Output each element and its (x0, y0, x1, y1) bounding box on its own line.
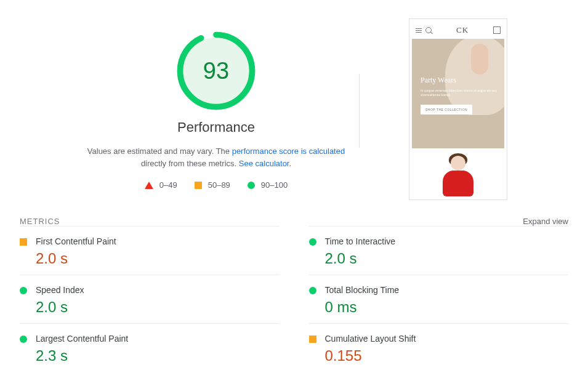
performance-description: Values are estimated and may vary. The p… (87, 145, 345, 169)
metrics-header: METRICS Expand view (20, 217, 568, 226)
metric-item: Total Blocking Time0 ms (309, 275, 569, 323)
metric-label: Total Blocking Time (325, 285, 569, 295)
metrics-heading: METRICS (20, 217, 60, 226)
shopping-bag-icon (493, 26, 501, 34)
search-icon (425, 27, 432, 33)
legend-average-item: 50–89 (195, 180, 230, 190)
circle-good-icon (309, 287, 316, 294)
triangle-fail-icon (145, 182, 153, 189)
metric-item: Time to Interactive2.0 s (309, 226, 569, 275)
legend-fail-item: 0–49 (145, 180, 177, 190)
metric-label: First Contentful Paint (36, 236, 280, 246)
metric-label: Speed Index (36, 285, 280, 295)
legend-fail-label: 0–49 (159, 180, 177, 190)
preview-cta-button: SHOP THE COLLECTION (421, 105, 472, 115)
preview-logo: CK (435, 25, 489, 35)
circle-good-icon (20, 287, 27, 294)
preview-hero: Party Wears In congue venenatis bibendum… (412, 39, 504, 148)
performance-gauge: 93 (176, 31, 256, 111)
vertical-divider (359, 74, 360, 148)
legend-average-label: 50–89 (208, 180, 230, 190)
preview-hero-subtitle: In congue venenatis bibendum viverra sit… (421, 89, 504, 97)
gauge-column: 93 Performance Values are estimated and … (81, 18, 352, 203)
metric-value: 2.3 s (36, 347, 280, 364)
metric-label: Time to Interactive (325, 236, 569, 246)
metrics-grid: First Contentful Paint2.0 sTime to Inter… (20, 226, 568, 370)
circle-good-icon (20, 336, 27, 343)
preview-hero-text: Party Wears In congue venenatis bibendum… (421, 76, 504, 115)
metric-body: Cumulative Layout Shift0.155 (325, 334, 569, 364)
hamburger-icon (416, 28, 422, 33)
preview-inner: CK Party Wears In congue venenatis biben… (412, 22, 504, 197)
legend-good-item: 90–100 (248, 180, 288, 190)
preview-bottom (412, 148, 504, 197)
desc-text: Values are estimated and may vary. The (87, 147, 232, 156)
performance-title: Performance (177, 119, 255, 135)
circle-good-icon (248, 182, 255, 189)
expand-view-link[interactable]: Expand view (523, 217, 568, 226)
metric-body: Total Blocking Time0 ms (325, 285, 569, 316)
metric-body: First Contentful Paint2.0 s (36, 236, 280, 267)
metric-value: 0 ms (325, 299, 569, 316)
metric-item: First Contentful Paint2.0 s (20, 226, 280, 275)
metric-value: 0.155 (325, 347, 569, 364)
metric-item: Cumulative Layout Shift0.155 (309, 323, 569, 370)
summary-row: 93 Performance Values are estimated and … (20, 18, 568, 203)
desc-text: . (289, 159, 291, 168)
score-legend: 0–49 50–89 90–100 (145, 180, 288, 190)
metric-value: 2.0 s (325, 250, 569, 267)
performance-score: 93 (176, 31, 256, 111)
square-average-icon (20, 238, 27, 246)
see-calculator-link[interactable]: See calculator (239, 159, 289, 168)
metric-item: Largest Contentful Paint2.3 s (20, 323, 280, 370)
metric-body: Largest Contentful Paint2.3 s (36, 334, 280, 364)
metric-value: 2.0 s (36, 299, 280, 316)
metric-value: 2.0 s (36, 250, 280, 267)
square-average-icon (195, 182, 202, 189)
page-screenshot-preview: CK Party Wears In congue venenatis biben… (409, 18, 507, 200)
metric-label: Cumulative Layout Shift (325, 334, 569, 344)
desc-text: directly from these metrics. (141, 159, 239, 168)
square-average-icon (309, 336, 316, 343)
preview-hero-title: Party Wears (421, 76, 504, 85)
legend-good-label: 90–100 (261, 180, 288, 190)
metric-item: Speed Index2.0 s (20, 275, 280, 323)
preview-topbar: CK (412, 22, 504, 39)
metric-body: Time to Interactive2.0 s (325, 236, 569, 267)
metric-body: Speed Index2.0 s (36, 285, 280, 316)
circle-good-icon (309, 238, 316, 246)
metric-label: Largest Contentful Paint (36, 334, 280, 344)
performance-score-link[interactable]: performance score is calculated (232, 147, 345, 156)
